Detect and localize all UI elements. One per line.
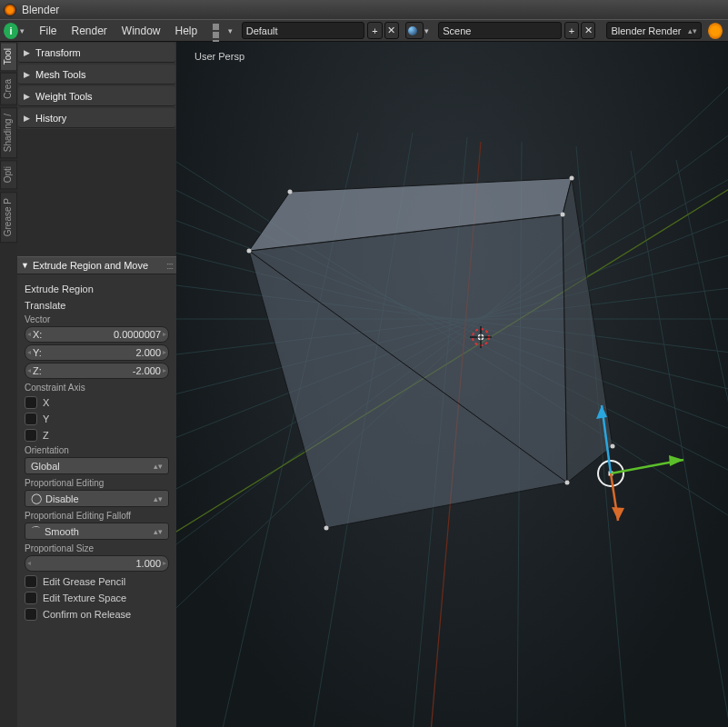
chevron-down-icon[interactable]: ▾	[20, 26, 25, 35]
triangle-right-icon: ▶	[24, 48, 30, 57]
mesh-object	[247, 176, 615, 531]
constraint-y-checkbox[interactable]: Y	[25, 413, 169, 425]
menu-window[interactable]: Window	[115, 25, 168, 37]
select-value: Disable	[45, 493, 79, 504]
remove-scene-button[interactable]: ✕	[581, 22, 595, 39]
panel-label: History	[35, 113, 66, 124]
add-scene-button[interactable]: +	[564, 22, 579, 39]
orientation-select[interactable]: Global▴▾	[25, 457, 169, 474]
smooth-curve-icon: ⌒	[31, 524, 41, 538]
prop-falloff-label: Proportional Editing Falloff	[25, 511, 169, 521]
remove-layout-button[interactable]: ✕	[384, 22, 399, 39]
blender-logo-icon	[4, 4, 16, 16]
vector-y-field[interactable]: ◂Y:2.000▸	[25, 344, 169, 361]
operator-title: Extrude Region and Move	[33, 260, 148, 271]
vector-z-field[interactable]: ◂Z:-2.000▸	[25, 363, 169, 379]
main-area: Tool Crea Shading / Opti Grease P ▶Trans…	[0, 42, 728, 727]
orientation-label: Orientation	[25, 445, 169, 455]
layout-selector[interactable]: Default	[242, 22, 365, 39]
checkbox-label: Z	[43, 430, 49, 441]
info-icon[interactable]: i	[4, 23, 18, 39]
render-engine-selector[interactable]: Blender Render ▴▾	[606, 22, 701, 39]
vtab-tools[interactable]: Tool	[0, 42, 17, 71]
chevron-down-icon[interactable]: ▾	[424, 26, 429, 35]
svg-marker-39	[669, 455, 683, 466]
panel-label: Transform	[35, 47, 81, 58]
triangle-down-icon: ▼	[21, 261, 29, 270]
checkbox-label: Confirm on Release	[43, 609, 131, 620]
menu-help[interactable]: Help	[168, 25, 205, 37]
grip-icon[interactable]: ::::	[166, 261, 173, 271]
prop-falloff-select[interactable]: ⌒Smooth▴▾	[25, 523, 169, 540]
field-value: 1.000	[33, 558, 161, 569]
op-extrude-label: Extrude Region	[25, 284, 169, 294]
edit-texture-space-checkbox[interactable]: Edit Texture Space	[25, 592, 169, 604]
prop-editing-select[interactable]: ◯Disable▴▾	[25, 490, 169, 507]
triangle-right-icon: ▶	[24, 70, 30, 79]
svg-point-25	[570, 176, 574, 181]
vtab-shading[interactable]: Shading /	[0, 107, 17, 158]
panel-history[interactable]: ▶History	[18, 108, 175, 128]
header-bar: i ▾ File Render Window Help ▾ Default + …	[0, 19, 728, 42]
field-value: 0.0000007	[42, 329, 161, 340]
scene-icon	[408, 26, 417, 35]
svg-line-17	[631, 151, 728, 727]
layout-selector-label: Default	[246, 25, 278, 36]
select-value: Smooth	[45, 526, 79, 537]
panel-label: Mesh Tools	[35, 69, 85, 80]
svg-point-29	[611, 444, 615, 449]
3d-viewport[interactable]: User Persp	[176, 42, 728, 727]
operator-panel: Extrude Region Translate Vector ◂X:0.000…	[17, 274, 176, 727]
svg-line-18	[676, 160, 728, 623]
disable-icon: ◯	[31, 493, 42, 504]
field-label: X:	[33, 329, 42, 340]
prop-editing-label: Proportional Editing	[25, 478, 169, 488]
vector-label: Vector	[25, 314, 169, 324]
vector-x-field[interactable]: ◂X:0.0000007▸	[25, 326, 169, 343]
constraint-axis-label: Constraint Axis	[25, 383, 169, 393]
checkbox-icon	[25, 575, 37, 588]
panel-transform[interactable]: ▶Transform	[18, 43, 175, 63]
svg-point-23	[247, 249, 252, 254]
panel-weight-tools[interactable]: ▶Weight Tools	[18, 86, 175, 106]
operator-panel-header[interactable]: ▼ Extrude Region and Move ::::	[17, 256, 176, 274]
triangle-right-icon: ▶	[24, 92, 30, 101]
checkbox-label: Edit Texture Space	[43, 593, 126, 603]
menu-file[interactable]: File	[32, 25, 64, 37]
svg-marker-19	[249, 214, 567, 528]
scene-browse-button[interactable]	[405, 22, 424, 39]
add-layout-button[interactable]: +	[367, 22, 382, 39]
scene-selector[interactable]: Scene	[438, 22, 562, 39]
svg-marker-41	[612, 507, 624, 521]
triangle-right-icon: ▶	[24, 114, 30, 123]
tool-shelf: ▶Transform ▶Mesh Tools ▶Weight Tools ▶Hi…	[17, 42, 176, 727]
checkbox-icon	[25, 429, 37, 442]
panel-label: Weight Tools	[35, 91, 93, 102]
panel-mesh-tools[interactable]: ▶Mesh Tools	[18, 65, 175, 85]
layout-preset-icon[interactable]	[212, 23, 226, 39]
svg-point-26	[561, 213, 565, 217]
constraint-x-checkbox[interactable]: X	[25, 396, 169, 409]
vtab-greasepencil[interactable]: Grease P	[0, 192, 17, 243]
chevron-down-icon[interactable]: ▾	[228, 26, 233, 35]
edit-grease-pencil-checkbox[interactable]: Edit Grease Pencil	[25, 575, 169, 588]
scene-selector-label: Scene	[443, 25, 471, 36]
menu-render[interactable]: Render	[64, 25, 114, 37]
constraint-z-checkbox[interactable]: Z	[25, 429, 169, 442]
empty-space	[17, 129, 176, 256]
vtab-create[interactable]: Crea	[0, 73, 17, 105]
checkbox-icon	[25, 396, 37, 409]
svg-point-28	[324, 526, 329, 531]
svg-point-24	[288, 190, 293, 194]
confirm-on-release-checkbox[interactable]: Confirm on Release	[25, 608, 169, 621]
viewport-canvas	[176, 42, 728, 727]
vtab-options[interactable]: Opti	[0, 160, 17, 189]
field-label: Y:	[33, 347, 42, 358]
prop-size-field[interactable]: ◂1.000▸	[25, 555, 169, 572]
titlebar: Blender	[0, 0, 728, 19]
checkbox-icon	[25, 608, 37, 621]
select-value: Global	[31, 461, 60, 472]
blender-org-icon[interactable]	[708, 23, 723, 39]
op-translate-label: Translate	[25, 300, 169, 311]
field-label: Z:	[33, 365, 42, 376]
